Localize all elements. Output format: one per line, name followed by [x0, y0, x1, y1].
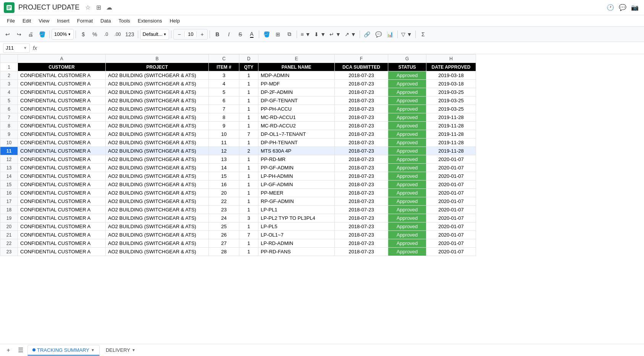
table-row[interactable]: 4 CONFIDENTIAL CUSTOMER A AO2 BUILDING (… — [0, 88, 476, 97]
cell-qty[interactable]: 1 — [239, 113, 258, 122]
cell-item-num[interactable]: 7 — [209, 105, 239, 113]
table-row[interactable]: 12 CONFIDENTIAL CUSTOMER A AO2 BUILDING … — [0, 155, 476, 164]
cell-panel-name[interactable]: PP-GF-ADMIN — [258, 164, 335, 172]
cell-panel-name[interactable]: LP-RD-ADMIN — [258, 239, 335, 248]
menu-help[interactable]: Help — [166, 16, 184, 25]
cell-panel-name[interactable]: MTS 630A 4P — [258, 147, 335, 155]
col-header-F[interactable]: F — [335, 55, 388, 63]
cell-customer[interactable]: CONFIDENTIAL CUSTOMER A — [18, 113, 106, 122]
cell-qty[interactable]: 1 — [239, 71, 258, 80]
video-icon[interactable]: 📷 — [629, 2, 640, 13]
col-header-C[interactable]: C — [209, 55, 239, 63]
cell-qty[interactable]: 1 — [239, 172, 258, 180]
borders-button[interactable]: ⊞ — [273, 29, 283, 40]
cell-status[interactable]: Approved — [388, 206, 426, 214]
cell-project[interactable]: AO2 BUILDING (SWITCHGEAR & ATS) — [106, 130, 209, 139]
cell-status[interactable]: Approved — [388, 113, 426, 122]
decimal-decrease-button[interactable]: .0 — [101, 29, 111, 40]
menu-tools[interactable]: Tools — [115, 16, 134, 25]
cell-item-num[interactable]: 20 — [209, 189, 239, 197]
table-row[interactable]: 22 CONFIDENTIAL CUSTOMER A AO2 BUILDING … — [0, 239, 476, 248]
comment-icon[interactable]: 💬 — [617, 2, 628, 13]
cell-panel-name[interactable]: MC-RD-ACCU1 — [258, 113, 335, 122]
cell-status[interactable]: Approved — [388, 155, 426, 164]
cell-panel-name[interactable]: LP-PL1 — [258, 206, 335, 214]
cell-project[interactable]: AO2 BUILDING (SWITCHGEAR & ATS) — [106, 231, 209, 239]
cell-date-approved[interactable]: 2019-03-25 — [426, 105, 476, 113]
table-row[interactable]: 9 CONFIDENTIAL CUSTOMER A AO2 BUILDING (… — [0, 130, 476, 139]
cell-qty[interactable]: 1 — [239, 248, 258, 256]
cell-panel-name[interactable]: PP-PH-ACCU — [258, 105, 335, 113]
cell-date-approved[interactable]: 2019-03-18 — [426, 80, 476, 88]
cell-item-num[interactable]: 4 — [209, 80, 239, 88]
table-row[interactable]: 6 CONFIDENTIAL CUSTOMER A AO2 BUILDING (… — [0, 105, 476, 113]
cell-dca-submitted[interactable]: 2018-07-23 — [335, 113, 388, 122]
undo-button[interactable]: ↩ — [2, 29, 13, 40]
cell-dca-submitted[interactable]: 2018-07-23 — [335, 164, 388, 172]
cell-customer[interactable]: CONFIDENTIAL CUSTOMER A — [18, 239, 106, 248]
cell-date-approved[interactable]: 2020-01-07 — [426, 172, 476, 180]
cell-ref-box[interactable]: J11 ▼ — [3, 43, 30, 53]
zoom-dropdown[interactable]: 100% ▼ — [52, 29, 74, 40]
cell-date-approved[interactable]: 2020-01-07 — [426, 231, 476, 239]
font-size-increase-button[interactable]: + — [197, 29, 207, 40]
cell-qty[interactable]: 1 — [239, 122, 258, 130]
cell-dca-submitted[interactable]: 2018-07-23 — [335, 105, 388, 113]
cell-dca-submitted[interactable]: 2018-07-23 — [335, 248, 388, 256]
table-row[interactable]: 11 CONFIDENTIAL CUSTOMER A AO2 BUILDING … — [0, 147, 476, 155]
table-row[interactable]: 21 CONFIDENTIAL CUSTOMER A AO2 BUILDING … — [0, 231, 476, 239]
cell-panel-name[interactable]: RP-GF-ADMIN — [258, 197, 335, 206]
cell-project[interactable]: AO2 BUILDING (SWITCHGEAR & ATS) — [106, 155, 209, 164]
cell-status[interactable]: Approved — [388, 239, 426, 248]
cell-ref-dropdown-arrow[interactable]: ▼ — [23, 46, 27, 50]
cell-project[interactable]: AO2 BUILDING (SWITCHGEAR & ATS) — [106, 172, 209, 180]
cell-qty[interactable]: 1 — [239, 105, 258, 113]
cell-panel-name[interactable]: MC-RD-ACCU2 — [258, 122, 335, 130]
cell-project[interactable]: AO2 BUILDING (SWITCHGEAR & ATS) — [106, 122, 209, 130]
cell-item-num[interactable]: 26 — [209, 231, 239, 239]
print-button[interactable]: 🖨 — [25, 29, 36, 40]
cell-date-approved[interactable]: 2019-11-28 — [426, 122, 476, 130]
insert-comment-button[interactable]: 💬 — [373, 29, 384, 40]
cell-dca-submitted[interactable]: 2018-07-23 — [335, 222, 388, 231]
cell-customer[interactable]: CONFIDENTIAL CUSTOMER A — [18, 206, 106, 214]
table-row[interactable]: 15 CONFIDENTIAL CUSTOMER A AO2 BUILDING … — [0, 180, 476, 189]
cell-item-num[interactable]: 14 — [209, 164, 239, 172]
cell-project[interactable]: AO2 BUILDING (SWITCHGEAR & ATS) — [106, 214, 209, 222]
table-row[interactable]: 20 CONFIDENTIAL CUSTOMER A AO2 BUILDING … — [0, 222, 476, 231]
table-row[interactable]: 18 CONFIDENTIAL CUSTOMER A AO2 BUILDING … — [0, 206, 476, 214]
menu-data[interactable]: Data — [97, 16, 115, 25]
cell-date-approved[interactable]: 2019-11-28 — [426, 147, 476, 155]
cell-item-num[interactable]: 27 — [209, 239, 239, 248]
cell-dca-submitted[interactable]: 2018-07-23 — [335, 139, 388, 147]
cell-qty[interactable]: 1 — [239, 189, 258, 197]
cell-panel-name[interactable]: DP-OL1~7-TENANT — [258, 130, 335, 139]
cell-item-num[interactable]: 11 — [209, 139, 239, 147]
cell-dca-submitted[interactable]: 2018-07-23 — [335, 239, 388, 248]
cell-qty[interactable]: 1 — [239, 97, 258, 105]
cell-panel-name[interactable]: LP-OL1~7 — [258, 231, 335, 239]
cell-item-num[interactable]: 6 — [209, 97, 239, 105]
wrap-button[interactable]: ↵ ▼ — [328, 29, 342, 40]
cell-qty[interactable]: 7 — [239, 231, 258, 239]
cell-item-num[interactable]: 22 — [209, 197, 239, 206]
cell-project[interactable]: AO2 BUILDING (SWITCHGEAR & ATS) — [106, 248, 209, 256]
font-size-decrease-button[interactable]: − — [174, 29, 184, 40]
merge-cells-button[interactable]: ⧉ — [284, 29, 295, 40]
menu-extensions[interactable]: Extensions — [134, 16, 166, 25]
cell-project[interactable]: AO2 BUILDING (SWITCHGEAR & ATS) — [106, 113, 209, 122]
cell-date-approved[interactable]: 2020-01-07 — [426, 180, 476, 189]
align-button[interactable]: ≡ ▼ — [299, 29, 312, 40]
cell-date-approved[interactable]: 2020-01-07 — [426, 155, 476, 164]
font-family-dropdown[interactable]: Default... ▼ — [140, 29, 169, 40]
table-row[interactable]: 5 CONFIDENTIAL CUSTOMER A AO2 BUILDING (… — [0, 97, 476, 105]
cell-customer[interactable]: CONFIDENTIAL CUSTOMER A — [18, 248, 106, 256]
cell-date-approved[interactable]: 2020-01-07 — [426, 222, 476, 231]
table-row[interactable]: 19 CONFIDENTIAL CUSTOMER A AO2 BUILDING … — [0, 214, 476, 222]
col-header-G[interactable]: G — [388, 55, 426, 63]
folder-icon[interactable]: ⊞ — [93, 2, 104, 13]
cell-qty[interactable]: 1 — [239, 222, 258, 231]
cell-dca-submitted[interactable]: 2018-07-23 — [335, 88, 388, 97]
cell-item-num[interactable]: 28 — [209, 248, 239, 256]
cell-date-approved[interactable]: 2019-11-28 — [426, 113, 476, 122]
